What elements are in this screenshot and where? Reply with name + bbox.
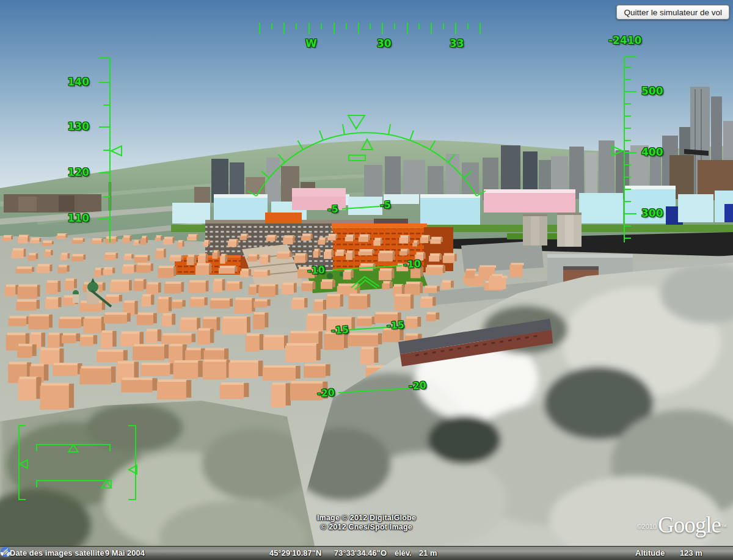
pitch-label-m5-right: -5 [379,199,391,211]
compass-label-w: W [305,37,317,49]
vertical-speed-value: -2410 [608,34,641,46]
exit-flight-simulator-button[interactable]: Quitter le simulateur de vol [616,5,729,20]
speed-label-110: 110 [67,212,89,224]
pitch-label-m10-left: -10 [307,264,325,277]
imagery-date-label: Date des images satellite : [10,548,109,558]
control-gauges [19,426,137,500]
altitude-ladder [612,57,636,242]
logo-brand: Google [658,512,721,537]
pitch-label-m20-right: -20 [408,379,426,392]
speed-ladder [99,58,122,242]
pitch-label-m5-left: -5 [327,203,338,216]
speed-label-130: 130 [67,120,89,133]
compass-label-33: 33 [450,37,464,49]
altitude-value: 123 m [680,548,702,558]
altitude-label-400: 400 [641,146,663,158]
bank-arc [247,115,486,196]
bank-reference-triangle [348,115,365,129]
imagery-attribution: Image © 2012 DigitalGlobe © 2012 Cnes/Sp… [317,514,416,532]
logo-trademark: ™ [721,523,727,530]
speed-label-120: 120 [67,166,89,178]
status-bar: Date des images satellite : 9 Mai 2004 4… [0,546,733,560]
earth-viewport[interactable]: W 30 33 140 130 120 110 -2410 500 400 30… [0,0,733,560]
altitude-label-500: 500 [641,85,663,97]
attribution-line1: Image © 2012 DigitalGlobe [317,514,416,523]
latitude-value: 45°29'10.87"N [269,548,321,558]
compass-label-30: 30 [377,37,392,49]
hud-overlay [0,0,733,560]
altitude-label-300: 300 [641,207,663,219]
pitch-label-m20-left: -20 [316,387,335,399]
attribution-line2: © 2012 Cnes/Spot Image [317,523,416,532]
longitude-value: 73°33'34.46"O [334,548,387,558]
pitch-label-m10-right: -10 [403,258,421,271]
imagery-date-value: 9 Mai 2004 [105,548,145,558]
resize-grip-icon[interactable] [0,547,9,555]
logo-copyright: ©2010 [636,523,657,530]
speed-label-140: 140 [67,76,89,88]
hud-rectangle-marker [349,155,365,161]
pitch-lines [332,206,409,393]
compass-ribbon [260,23,480,34]
flight-path-marker [351,277,379,289]
google-logo: ©2010Google™ [636,512,727,538]
pitch-label-m15-left: -15 [330,324,349,336]
elevation-label: élév. [395,548,412,558]
bank-pointer-triangle [362,139,373,150]
elevation-value: 21 m [419,548,437,558]
altitude-label: Altitude [635,548,665,558]
pitch-label-m15-right: -15 [386,319,404,332]
